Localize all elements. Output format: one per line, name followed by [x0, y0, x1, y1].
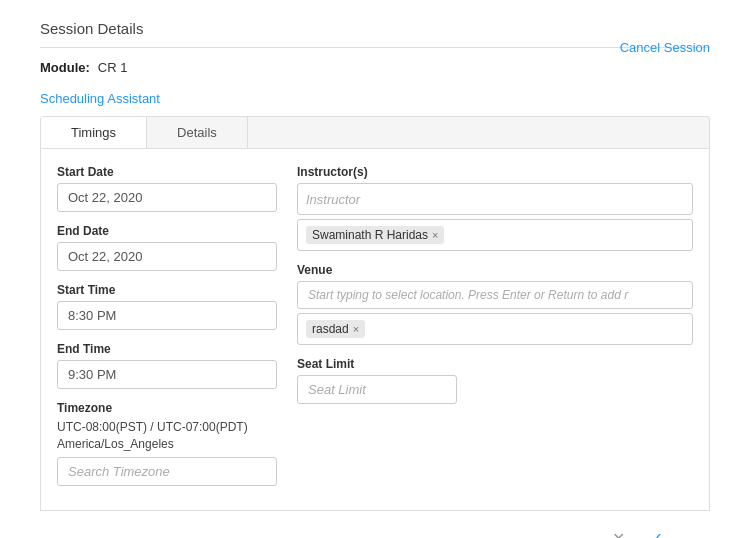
start-time-input[interactable] — [57, 301, 277, 330]
right-column: Instructor(s) Instructor Swaminath R Har… — [297, 165, 693, 498]
start-date-label: Start Date — [57, 165, 277, 179]
confirm-icon: ✓ — [650, 529, 663, 538]
left-column: Start Date End Date Start Time End Time — [57, 165, 277, 498]
start-time-label: Start Time — [57, 283, 277, 297]
tab-timings[interactable]: Timings — [41, 117, 147, 148]
seat-limit-label: Seat Limit — [297, 357, 693, 371]
start-time-group: Start Time — [57, 283, 277, 330]
end-time-label: End Time — [57, 342, 277, 356]
instructor-tags-area[interactable]: Swaminath R Haridas × — [297, 219, 693, 251]
timezone-label: Timezone — [57, 401, 277, 415]
seat-limit-group: Seat Limit — [297, 357, 693, 404]
end-date-label: End Date — [57, 224, 277, 238]
venue-tag-label: rasdad — [312, 322, 349, 336]
confirm-button[interactable]: ✓ — [642, 525, 670, 538]
start-date-input[interactable] — [57, 183, 277, 212]
cancel-button[interactable]: ✕ — [604, 525, 632, 538]
seat-limit-input[interactable] — [297, 375, 457, 404]
instructor-tag-label: Swaminath R Haridas — [312, 228, 428, 242]
module-label: Module: — [40, 60, 90, 75]
cancel-icon: ✕ — [612, 529, 625, 538]
cancel-session-link[interactable]: Cancel Session — [620, 40, 710, 55]
instructors-label: Instructor(s) — [297, 165, 693, 179]
instructor-input-area[interactable]: Instructor — [297, 183, 693, 215]
tabs-bar: Timings Details — [40, 116, 710, 149]
instructors-group: Instructor(s) Instructor Swaminath R Har… — [297, 165, 693, 251]
tab-details[interactable]: Details — [147, 117, 248, 148]
venue-label: Venue — [297, 263, 693, 277]
end-date-input[interactable] — [57, 242, 277, 271]
start-date-group: Start Date — [57, 165, 277, 212]
venue-input[interactable]: Start typing to select location. Press E… — [297, 281, 693, 309]
module-value: CR 1 — [98, 60, 128, 75]
instructor-tag: Swaminath R Haridas × — [306, 226, 444, 244]
venue-group: Venue Start typing to select location. P… — [297, 263, 693, 345]
footer-buttons: ✕ ✓ — [40, 515, 710, 538]
venue-tag-remove[interactable]: × — [353, 323, 359, 335]
section-title: Session Details — [40, 20, 710, 48]
venue-tags-area[interactable]: rasdad × — [297, 313, 693, 345]
end-date-group: End Date — [57, 224, 277, 271]
timezone-text: UTC-08:00(PST) / UTC-07:00(PDT) America/… — [57, 419, 277, 453]
instructor-tag-remove[interactable]: × — [432, 229, 438, 241]
timezone-search-input[interactable] — [57, 457, 277, 486]
end-time-input[interactable] — [57, 360, 277, 389]
timezone-group: Timezone UTC-08:00(PST) / UTC-07:00(PDT)… — [57, 401, 277, 486]
end-time-group: End Time — [57, 342, 277, 389]
instructor-placeholder: Instructor — [306, 192, 360, 207]
scheduling-assistant-link[interactable]: Scheduling Assistant — [40, 91, 710, 106]
form-area: Start Date End Date Start Time End Time — [40, 149, 710, 511]
venue-tag: rasdad × — [306, 320, 365, 338]
